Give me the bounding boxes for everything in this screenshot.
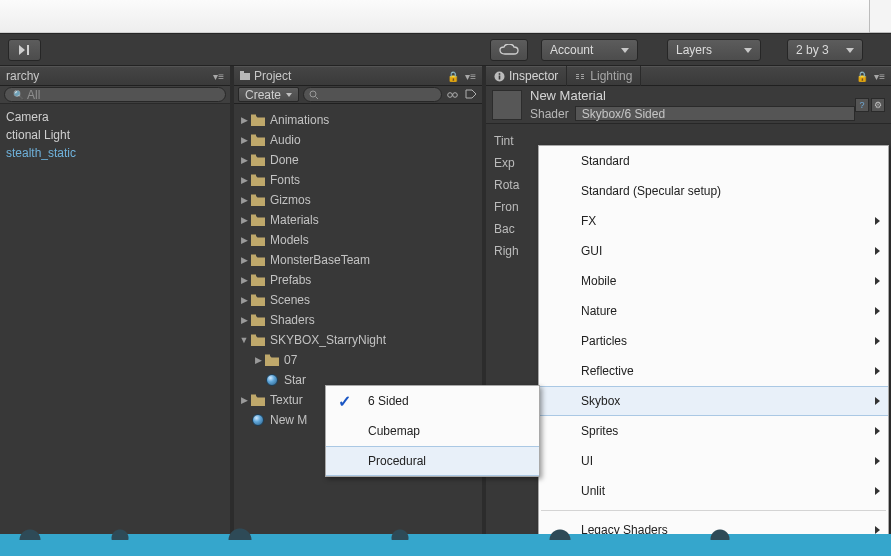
folder-item[interactable]: ▶Materials — [234, 210, 482, 230]
folder-item[interactable]: ▶Shaders — [234, 310, 482, 330]
svg-rect-9 — [499, 73, 501, 75]
panel-menu-icon[interactable]: ▾≡ — [465, 71, 476, 82]
menu-item-mobile[interactable]: Mobile — [539, 266, 888, 296]
step-button[interactable] — [8, 39, 41, 61]
filter-by-label-icon[interactable] — [464, 88, 478, 102]
submenu-item-6-sided[interactable]: ✓6 Sided — [326, 386, 539, 416]
folder-item[interactable]: ▶Animations — [234, 110, 482, 130]
menu-item-skybox[interactable]: Skybox — [539, 386, 888, 416]
svg-rect-15 — [581, 78, 584, 79]
window-corner-box — [869, 0, 891, 33]
folder-item[interactable]: ▶Gizmos — [234, 190, 482, 210]
panel-menu-icon[interactable]: ▾≡ — [213, 71, 224, 82]
hierarchy-search-input[interactable]: 🔍 All — [4, 87, 226, 102]
svg-rect-14 — [581, 76, 584, 77]
shader-value: Skybox/6 Sided — [582, 107, 665, 121]
create-dropdown[interactable]: Create — [238, 87, 299, 102]
hierarchy-item[interactable]: ctional Light — [0, 126, 230, 144]
submenu-item-procedural[interactable]: Procedural — [326, 446, 539, 476]
folder-item[interactable]: ▶Scenes — [234, 290, 482, 310]
project-icon — [240, 71, 250, 81]
folder-item[interactable]: ▶Done — [234, 150, 482, 170]
folder-item[interactable]: ▶Models — [234, 230, 482, 250]
account-dropdown[interactable]: Account — [541, 39, 638, 61]
main-toolbar: Account Layers 2 by 3 — [0, 33, 891, 66]
hierarchy-item[interactable]: stealth_static — [0, 144, 230, 162]
hierarchy-panel: rarchy ▾≡ 🔍 All Cameractional Lightsteal… — [0, 66, 230, 556]
lighting-tab-label: Lighting — [590, 69, 632, 83]
menu-item-sprites[interactable]: Sprites — [539, 416, 888, 446]
svg-point-3 — [310, 91, 316, 97]
tab-inspector[interactable]: Inspector — [486, 66, 567, 86]
project-title: Project — [254, 69, 291, 83]
account-label: Account — [550, 43, 593, 57]
svg-rect-13 — [581, 74, 584, 75]
layout-dropdown[interactable]: 2 by 3 — [787, 39, 863, 61]
folder-item[interactable]: ▶Prefabs — [234, 270, 482, 290]
footer-decoration — [0, 534, 891, 556]
menu-item-standard-specular-setup-[interactable]: Standard (Specular setup) — [539, 176, 888, 206]
menu-separator — [541, 510, 886, 511]
project-toolbar: Create — [234, 86, 482, 104]
folder-item[interactable]: ▶Audio — [234, 130, 482, 150]
layout-label: 2 by 3 — [796, 43, 829, 57]
svg-rect-12 — [576, 78, 579, 79]
filter-by-type-icon[interactable] — [446, 88, 460, 102]
hierarchy-list: Cameractional Lightstealth_static — [0, 104, 230, 166]
gear-icon[interactable]: ⚙ — [871, 98, 885, 112]
inspector-tab-label: Inspector — [509, 69, 558, 83]
folder-item-expanded[interactable]: ▼SKYBOX_StarryNight — [234, 330, 482, 350]
menu-item-gui[interactable]: GUI — [539, 236, 888, 266]
project-search-input[interactable] — [303, 87, 442, 102]
search-placeholder: All — [27, 88, 40, 102]
panel-menu-icon[interactable]: ▾≡ — [874, 71, 885, 82]
menu-item-unlit[interactable]: Unlit — [539, 476, 888, 506]
menu-item-particles[interactable]: Particles — [539, 326, 888, 356]
shader-menu: StandardStandard (Specular setup)FXGUIMo… — [538, 145, 889, 546]
hierarchy-search-row: 🔍 All — [0, 86, 230, 104]
shader-dropdown[interactable]: Skybox/6 Sided — [575, 106, 855, 121]
svg-point-6 — [453, 92, 458, 97]
lighting-icon — [575, 71, 586, 82]
cloud-button[interactable] — [490, 39, 528, 61]
submenu-item-cubemap[interactable]: Cubemap — [326, 416, 539, 446]
layers-label: Layers — [676, 43, 712, 57]
create-label: Create — [245, 88, 281, 102]
info-icon — [494, 71, 505, 82]
menu-item-nature[interactable]: Nature — [539, 296, 888, 326]
folder-item[interactable]: ▶Fonts — [234, 170, 482, 190]
shader-label: Shader — [530, 107, 569, 121]
lock-icon[interactable]: 🔒 — [447, 71, 459, 82]
skybox-submenu: ✓6 SidedCubemapProcedural — [325, 385, 540, 477]
lock-icon[interactable]: 🔒 — [856, 71, 868, 82]
project-panel: Project 🔒 ▾≡ Create ▶Animations▶Audio▶Do… — [234, 66, 482, 556]
hierarchy-tab[interactable]: rarchy ▾≡ — [0, 66, 230, 86]
menu-item-ui[interactable]: UI — [539, 446, 888, 476]
menu-item-fx[interactable]: FX — [539, 206, 888, 236]
material-header: New Material Shader Skybox/6 Sided ? ⚙ — [486, 86, 891, 124]
svg-rect-0 — [27, 45, 29, 55]
material-thumbnail — [492, 90, 522, 120]
svg-rect-10 — [576, 74, 579, 75]
layers-dropdown[interactable]: Layers — [667, 39, 761, 61]
hierarchy-title: rarchy — [6, 69, 39, 83]
help-icon[interactable]: ? — [855, 98, 869, 112]
folder-item[interactable]: ▶07 — [234, 350, 482, 370]
menu-item-reflective[interactable]: Reflective — [539, 356, 888, 386]
inspector-header: Inspector Lighting 🔒 ▾≡ — [486, 66, 891, 86]
svg-rect-11 — [576, 76, 579, 77]
tab-lighting[interactable]: Lighting — [567, 66, 641, 86]
svg-rect-8 — [499, 75, 501, 79]
svg-rect-2 — [240, 71, 244, 74]
folder-item[interactable]: ▶MonsterBaseTeam — [234, 250, 482, 270]
project-tab[interactable]: Project 🔒 ▾≡ — [234, 66, 482, 86]
material-name: New Material — [530, 88, 855, 103]
menu-item-standard[interactable]: Standard — [539, 146, 888, 176]
svg-point-5 — [448, 92, 453, 97]
window-titlebar — [0, 0, 891, 33]
svg-line-4 — [316, 97, 319, 100]
svg-rect-1 — [240, 73, 250, 80]
hierarchy-item[interactable]: Camera — [0, 108, 230, 126]
